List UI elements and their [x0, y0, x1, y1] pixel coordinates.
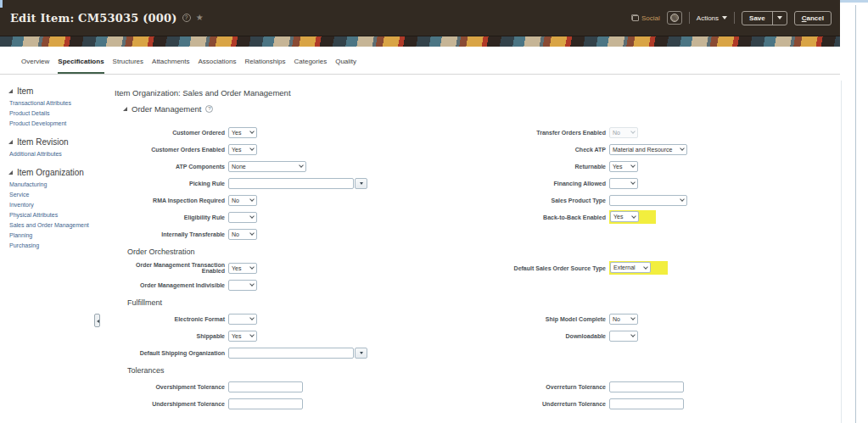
select-value: Yes	[232, 130, 241, 136]
help-icon[interactable]: ?	[182, 14, 191, 22]
group-title-fulfillment: Fulfillment	[127, 298, 840, 307]
right-cell: ReturnableYes	[369, 161, 638, 172]
overreturn-tolerance-label: Overreturn Tolerance	[369, 384, 606, 390]
default-sales-order-source-type-label: Default Sales Order Source Type	[369, 265, 606, 271]
rma-inspection-required-select[interactable]: No	[228, 195, 257, 206]
help-circle-icon[interactable]: ?	[205, 105, 213, 113]
dropdown-button[interactable]	[355, 178, 367, 189]
left-cell: Electronic Format	[115, 314, 369, 325]
sidebar-item-planning[interactable]: Planning	[9, 232, 110, 238]
check-atp-label: Check ATP	[369, 147, 606, 153]
undershipment-tolerance-input[interactable]	[228, 398, 303, 409]
sales-product-type-select[interactable]	[609, 195, 687, 206]
tab-relationships[interactable]: Relationships	[244, 58, 285, 74]
picking-rule-input[interactable]	[228, 178, 354, 189]
tab-structures[interactable]: Structures	[113, 58, 143, 74]
tree-header-item-revision[interactable]: Item Revision	[8, 137, 110, 147]
window-edge-artifact	[0, 0, 3, 8]
order-management-indivisible-select[interactable]	[228, 280, 257, 291]
favorite-star-icon[interactable]: ★	[196, 14, 204, 22]
tab-bar: OverviewSpecificationsStructuresAttachme…	[0, 47, 840, 75]
right-cell: Transfer Orders EnabledNo	[369, 127, 638, 138]
internally-transferable-select[interactable]: No	[228, 229, 257, 240]
chevron-down-icon	[249, 129, 255, 134]
eligibility-rule-select[interactable]	[228, 212, 257, 223]
default-shipping-organization-input[interactable]	[228, 348, 354, 359]
chevron-down-icon	[630, 332, 636, 337]
right-cell: Overreturn Tolerance	[369, 381, 684, 392]
default-sales-order-source-type-select[interactable]: External	[610, 262, 651, 273]
select-value: None	[232, 164, 246, 170]
tab-overview[interactable]: Overview	[21, 58, 49, 74]
form-row: Overshipment ToleranceOverreturn Toleran…	[115, 378, 840, 395]
page-title: Edit Item: CM53035 (000)	[10, 12, 177, 25]
section-header-order-management[interactable]: Order Management ?	[123, 104, 840, 114]
left-cell: ShippableYes	[115, 331, 369, 342]
left-cell: RMA Inspection RequiredNo	[115, 195, 369, 206]
sidebar-item-product-development[interactable]: Product Development	[9, 120, 110, 126]
customer-ordered-select[interactable]: Yes	[228, 127, 257, 138]
check-atp-select[interactable]: Material and Resource	[609, 144, 687, 155]
vertical-scrollbar[interactable]	[855, 5, 856, 423]
tree-header-item[interactable]: Item	[8, 86, 110, 96]
page-heading: Item Organization: Sales and Order Manag…	[115, 88, 840, 97]
select-value: Material and Resource	[613, 147, 672, 153]
sidebar-item-additional-attributes[interactable]: Additional Attributes	[9, 151, 110, 157]
tab-categories[interactable]: Categories	[294, 58, 327, 74]
dropdown-button[interactable]	[355, 348, 367, 359]
tab-attachments[interactable]: Attachments	[152, 58, 189, 74]
tree-header-label: Item	[17, 86, 33, 96]
chevron-down-icon	[630, 180, 636, 185]
order-management-transaction-enabled-select[interactable]: Yes	[228, 263, 257, 274]
globe-button[interactable]	[667, 11, 682, 25]
customer-orders-enabled-select[interactable]: Yes	[228, 144, 257, 155]
sidebar-item-physical-attributes[interactable]: Physical Attributes	[9, 212, 110, 218]
actions-menu-button[interactable]: Actions	[697, 14, 727, 22]
save-button[interactable]: Save	[742, 12, 772, 25]
left-cell: Eligibility Rule	[115, 212, 369, 223]
chevron-down-icon	[631, 214, 636, 219]
back-to-back-enabled-select[interactable]: Yes	[610, 211, 639, 222]
tab-associations[interactable]: Associations	[199, 58, 237, 74]
underreturn-tolerance-input[interactable]	[609, 398, 684, 409]
tab-specifications[interactable]: Specifications	[58, 58, 104, 74]
electronic-format-select[interactable]	[228, 314, 257, 325]
tree-section-item-organization: Item OrganizationManufacturingServiceInv…	[8, 168, 110, 248]
select-value: Yes	[232, 333, 241, 339]
sidebar-item-sales-and-order-management[interactable]: Sales and Order Management	[9, 222, 110, 228]
left-cell: Internally TransferableNo	[115, 229, 369, 240]
sidebar-item-transactional-attributes[interactable]: Transactional Attributes	[9, 100, 110, 106]
downloadable-select[interactable]	[609, 331, 638, 342]
right-cell: Default Sales Order Source TypeExternal	[369, 261, 668, 275]
save-menu-button[interactable]	[772, 12, 787, 25]
left-cell: Default Shipping Organization	[115, 348, 369, 359]
financing-allowed-select[interactable]	[609, 178, 638, 189]
form-row: Electronic FormatShip Model CompleteNo	[115, 310, 840, 327]
sidebar-item-manufacturing[interactable]: Manufacturing	[9, 181, 110, 187]
tab-quality[interactable]: Quality	[335, 58, 356, 74]
tree-header-label: Item Organization	[17, 168, 84, 177]
sidebar-item-product-details[interactable]: Product Details	[9, 110, 110, 116]
select-value: Yes	[613, 164, 622, 170]
overshipment-tolerance-input[interactable]	[228, 381, 303, 392]
cancel-button[interactable]: Cancel	[794, 11, 832, 25]
sidebar-item-service[interactable]: Service	[9, 192, 110, 198]
ship-model-complete-select[interactable]: No	[609, 314, 638, 325]
caret-down-icon	[360, 182, 363, 185]
overreturn-tolerance-input[interactable]	[609, 381, 684, 392]
chevron-down-icon	[680, 146, 685, 151]
save-split-button: Save	[742, 11, 787, 25]
returnable-select[interactable]: Yes	[609, 161, 638, 172]
transfer-orders-enabled-select: No	[609, 127, 638, 138]
social-button[interactable]: Social	[631, 14, 660, 22]
shippable-select[interactable]: Yes	[228, 331, 257, 342]
electronic-format-label: Electronic Format	[115, 316, 225, 322]
tree-header-item-organization[interactable]: Item Organization	[8, 168, 110, 177]
sidebar-item-purchasing[interactable]: Purchasing	[9, 242, 110, 248]
left-cell: Undershipment Tolerance	[115, 398, 369, 409]
transfer-orders-enabled-label: Transfer Orders Enabled	[369, 130, 606, 136]
atp-components-select[interactable]: None	[228, 161, 306, 172]
form-row: Internally TransferableNo	[115, 225, 840, 242]
panel-splitter-handle[interactable]	[94, 314, 100, 327]
sidebar-item-inventory[interactable]: Inventory	[9, 202, 110, 208]
